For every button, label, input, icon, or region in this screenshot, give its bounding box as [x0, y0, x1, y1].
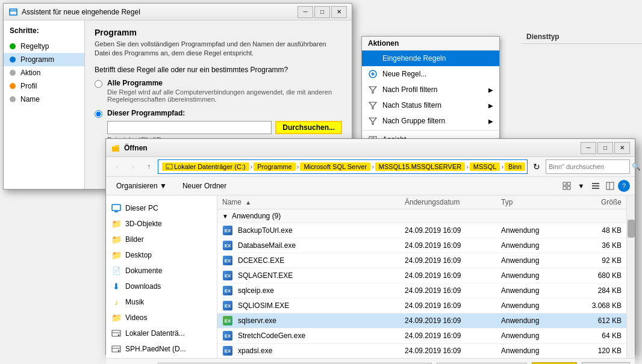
search-input[interactable] [549, 163, 632, 170]
nav-item-downloads[interactable]: ⬇ Downloads [106, 279, 217, 294]
step-label-regeltyp: Regeltyp [20, 42, 49, 51]
file-name-xpadsi: xpadsi.exe [238, 347, 405, 355]
organisieren-button[interactable]: Organisieren ▼ [111, 179, 172, 193]
path-lokaler-datentraeger[interactable]: Lokaler Datenträger (C:) [162, 162, 249, 171]
browse-button[interactable]: Durchsuchen... [275, 121, 342, 134]
file-type-xpadsi: Anwendung [501, 347, 573, 355]
file-row-backuptourl[interactable]: EX BackupToUrl.exe 24.09.2019 16:09 Anwe… [217, 223, 626, 238]
neuer-ordner-button[interactable]: Neuer Ordner [177, 179, 232, 193]
open-dialog-close[interactable]: ✕ [614, 142, 630, 154]
this-program-radio[interactable] [95, 110, 102, 118]
wizard-step-aktion[interactable]: Aktion [4, 66, 84, 79]
file-type-stretchcodegen: Anwendung [501, 332, 573, 340]
step-label-profil: Profil [20, 82, 37, 90]
step-label-programm: Programm [20, 55, 54, 64]
file-size-sqlservr: 612 KB [573, 316, 622, 325]
svg-rect-27 [592, 185, 599, 187]
file-name-stretchcodegen: StretchCodeGen.exe [238, 332, 405, 340]
path-programme[interactable]: Programme [254, 162, 295, 171]
file-list-area: Name ▲ Änderungsdatum Typ Größe ▼ Anwend… [217, 196, 626, 358]
view-preview-button[interactable] [603, 179, 617, 193]
nav-item-lokaler-datentraeger[interactable]: Lokaler Datenträ... [106, 325, 217, 341]
address-path-text: Lokaler Datenträger (C:) › Programme › M… [162, 162, 525, 171]
path-binn[interactable]: Binn [505, 162, 525, 171]
context-menu-item-nach-gruppe[interactable]: Nach Gruppe filtern [362, 113, 499, 129]
program-path-input[interactable] [107, 121, 272, 134]
file-group-anwendung[interactable]: ▼ Anwendung (9) [217, 209, 626, 223]
all-programs-desc: Die Regel wird auf alle Computerverbindu… [107, 88, 342, 103]
forward-button[interactable]: › [126, 160, 140, 173]
path-mssql15[interactable]: MSSQL15.MSSQLSERVER [375, 162, 465, 171]
context-menu-item-nach-status[interactable]: Nach Status filtern [362, 97, 499, 113]
folder-icon-3d: 📁 [111, 218, 122, 229]
path-sep-5: › [501, 163, 503, 170]
context-menu-header-label: Aktionen [368, 39, 399, 48]
view-large-button[interactable] [589, 179, 602, 193]
exe-icon-backuptourl: EX [222, 225, 233, 236]
file-row-sqlservr[interactable]: EX sqlservr.exe 24.09.2019 16:09 Anwendu… [217, 313, 626, 329]
folder-icon-desktop: 📁 [111, 250, 122, 261]
exe-icon-stretchcodegen: EX [222, 330, 233, 341]
wizard-step-regeltyp[interactable]: Regeltyp [4, 40, 84, 53]
path-microsoft-sql[interactable]: Microsoft SQL Server [300, 162, 370, 171]
nav-item-bilder[interactable]: 📁 Bilder [106, 232, 217, 247]
col-header-type[interactable]: Typ [501, 198, 573, 206]
up-button[interactable]: ↑ [142, 160, 155, 173]
file-row-dcexec[interactable]: EX DCEXEC.EXE 24.09.2019 16:09 Anwendung… [217, 253, 626, 268]
nav-label-desktop: Desktop [125, 251, 152, 259]
file-date-dcexec: 24.09.2019 16:09 [405, 256, 501, 265]
view-list-button[interactable] [560, 179, 573, 193]
nav-item-videos[interactable]: 📁 Videos [106, 310, 217, 325]
back-button[interactable]: ‹ [111, 160, 124, 173]
wizard-step-profil[interactable]: Profil [4, 79, 84, 93]
exe-icon-sqlservr: EX [222, 315, 233, 326]
open-dialog-maximize[interactable]: □ [597, 142, 613, 154]
context-menu-item-eingehende-regeln[interactable]: Eingehende Regeln [362, 51, 499, 66]
file-row-sqlagent[interactable]: EX SQLAGENT.EXE 24.09.2019 16:09 Anwendu… [217, 268, 626, 283]
svg-rect-31 [112, 205, 120, 211]
nach-profil-label: Nach Profil filtern [382, 85, 437, 94]
path-mssql[interactable]: MSSQL [470, 162, 500, 171]
hdd-icon-sph [111, 344, 122, 354]
minimize-button[interactable]: ─ [298, 6, 313, 18]
all-programs-radio[interactable] [95, 80, 102, 88]
close-button[interactable]: ✕ [331, 6, 347, 18]
nav-item-desktop[interactable]: 📁 Desktop [106, 247, 217, 263]
nav-item-dokumente[interactable]: 📄 Dokumente [106, 263, 217, 279]
folder-icon-musik: ♪ [111, 297, 122, 307]
file-date-sqlservr: 24.09.2019 16:09 [405, 316, 501, 325]
help-button[interactable]: ? [618, 180, 630, 192]
wizard-step-name[interactable]: Name [4, 93, 84, 106]
view-controls: ▼ ? [560, 179, 630, 193]
file-row-sqliosim[interactable]: EX SQLIOSIM.EXE 24.09.2019 16:09 Anwendu… [217, 298, 626, 313]
dialog-footer: Dateiname: Programme (*.exe) Öffnen Abbr… [106, 358, 635, 364]
nav-item-sph[interactable]: SPH.PaedNet (D... [106, 341, 217, 357]
view-details-button[interactable]: ▼ [575, 179, 588, 193]
address-path[interactable]: Lokaler Datenträger (C:) › Programme › M… [158, 159, 528, 174]
file-date-xpadsi: 24.09.2019 16:09 [405, 347, 501, 355]
nav-item-dvd[interactable]: 💿 DVD-Laufwerk (I... [106, 357, 217, 358]
context-menu-item-neue-regel[interactable]: Neue Regel... [362, 66, 499, 82]
maximize-button[interactable]: □ [314, 6, 330, 18]
open-dialog-minimize[interactable]: ─ [581, 142, 596, 154]
nav-item-dieser-pc[interactable]: Dieser PC [106, 200, 217, 216]
col-header-name[interactable]: Name ▲ [222, 198, 405, 206]
steps-title: Schritte: [4, 26, 84, 40]
step-label-name: Name [20, 95, 40, 103]
file-row-stretchcodegen[interactable]: EX StretchCodeGen.exe 24.09.2019 16:09 A… [217, 329, 626, 344]
nav-item-musik[interactable]: ♪ Musik [106, 294, 217, 310]
file-row-xpadsi[interactable]: EX xpadsi.exe 24.09.2019 16:09 Anwendung… [217, 344, 626, 358]
nav-panel: Dieser PC 📁 3D-Objekte 📁 Bilder 📁 Deskto… [106, 196, 217, 358]
col-header-date[interactable]: Änderungsdatum [405, 198, 501, 206]
col-header-size[interactable]: Größe [573, 198, 622, 206]
file-row-databasemail[interactable]: EX DatabaseMail.exe 24.09.2019 16:09 Anw… [217, 238, 626, 253]
file-row-sqlceip[interactable]: EX sqlceip.exe 24.09.2019 16:09 Anwendun… [217, 283, 626, 298]
context-menu-item-nach-profil[interactable]: Nach Profil filtern [362, 82, 499, 97]
neue-regel-label: Neue Regel... [382, 70, 426, 78]
wizard-step-programm[interactable]: Programm [4, 53, 84, 66]
svg-marker-7 [369, 102, 376, 109]
address-refresh-button[interactable]: ↻ [530, 160, 543, 173]
scrollbar[interactable] [626, 196, 635, 358]
nav-item-3d-objekte[interactable]: 📁 3D-Objekte [106, 216, 217, 232]
search-box: 🔍 [546, 159, 630, 174]
